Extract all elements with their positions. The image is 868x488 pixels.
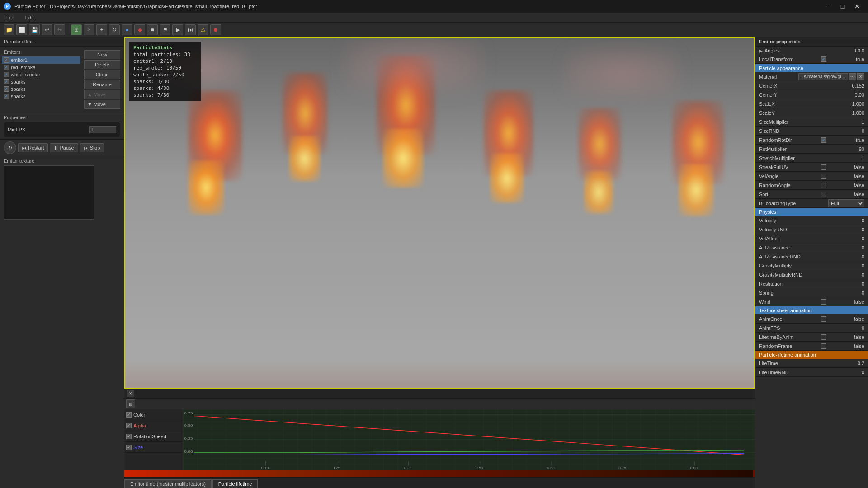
track-color[interactable]: ✓ Color bbox=[124, 409, 183, 420]
texture-sheet-header[interactable]: Texture sheet animation bbox=[755, 306, 868, 314]
particle-appearance-header[interactable]: Particle appearance bbox=[755, 64, 868, 72]
emitor-item-5[interactable]: ✓ sparks bbox=[2, 93, 80, 100]
graph-grid-btn[interactable]: ⊞ bbox=[126, 399, 135, 408]
toolbar-circle[interactable]: ● bbox=[122, 24, 132, 35]
timeline-gradient bbox=[126, 470, 753, 477]
emitor-check-4[interactable]: ✓ bbox=[4, 86, 9, 92]
emitor-check-5[interactable]: ✓ bbox=[4, 94, 9, 99]
emitor-item-2[interactable]: ✓ white_smoke bbox=[2, 71, 80, 78]
maximize-button[interactable]: □ bbox=[835, 0, 850, 13]
local-transform-value: true bbox=[828, 56, 864, 62]
randomrotdir-check[interactable]: ✓ bbox=[821, 137, 826, 143]
restart-button[interactable]: ⏮ Restart bbox=[18, 143, 48, 152]
emitor-item-0[interactable]: ✓ emitor1 bbox=[2, 56, 80, 64]
emitor-name-4: sparks bbox=[11, 86, 25, 92]
physics-header[interactable]: Physics bbox=[755, 208, 868, 216]
lifetimebyanim-check[interactable] bbox=[821, 334, 826, 340]
toolbar-skip[interactable]: ⏭ bbox=[185, 24, 196, 35]
local-transform-check[interactable]: ✓ bbox=[821, 56, 826, 62]
stats-sparks2: sparks: 4/30 bbox=[133, 85, 197, 92]
track-rotspeed-check[interactable]: ✓ bbox=[126, 434, 132, 439]
flame-core-3 bbox=[383, 129, 424, 188]
smoke-2 bbox=[345, 38, 481, 92]
pause-button[interactable]: ⏸ Pause bbox=[50, 143, 78, 152]
stop-button[interactable]: ⏭ Stop bbox=[80, 143, 104, 152]
toolbar-save[interactable]: 💾 bbox=[29, 24, 40, 35]
prop-local-transform: LocalTransform ✓ true bbox=[755, 55, 868, 64]
sizemultiplier-value: 1 bbox=[828, 119, 864, 125]
wind-check[interactable] bbox=[821, 299, 826, 305]
emitor-item-4[interactable]: ✓ sparks bbox=[2, 85, 80, 93]
toolbar-diamond[interactable]: ◆ bbox=[134, 24, 145, 35]
toolbar-flag[interactable]: ⚑ bbox=[160, 24, 170, 35]
minimize-button[interactable]: – bbox=[821, 0, 835, 13]
track-rotspeed[interactable]: ✓ RotationSpeed bbox=[124, 431, 183, 442]
toolbar-redo[interactable]: ↪ bbox=[54, 24, 65, 35]
property-row-minfps: MinFPS bbox=[8, 125, 116, 134]
prop-rotmultiplier: RotMultiplier 90 bbox=[755, 145, 868, 154]
prop-wind: Wind false bbox=[755, 297, 868, 306]
track-color-check[interactable]: ✓ bbox=[126, 412, 132, 418]
angles-expand[interactable]: ▶ bbox=[759, 48, 763, 53]
graph-canvas-wrapper[interactable]: 0.75 0.50 0.25 0.00 bbox=[183, 409, 755, 470]
toolbar-add[interactable]: + bbox=[96, 24, 107, 35]
stretchmultiplier-value: 1 bbox=[828, 155, 864, 161]
billboardingtype-select[interactable]: Full Vertical Horizontal bbox=[828, 199, 864, 207]
close-button[interactable]: ✕ bbox=[850, 0, 864, 13]
toolbar-refresh[interactable]: ↻ bbox=[109, 24, 120, 35]
randomangle-check[interactable] bbox=[821, 183, 826, 188]
track-size-check[interactable]: ✓ bbox=[126, 445, 132, 450]
streakfulluv-check[interactable] bbox=[821, 164, 826, 170]
toolbar-open[interactable]: 📁 bbox=[4, 24, 14, 35]
randomframe-value: false bbox=[828, 343, 864, 349]
tab-bar: Emitor time (master multiplicators) Part… bbox=[124, 477, 755, 488]
tab-emitor-time[interactable]: Emitor time (master multiplicators) bbox=[124, 479, 212, 488]
emitor-item-1[interactable]: ✓ red_smoke bbox=[2, 64, 80, 71]
move-down-button[interactable]: ▼ Move bbox=[84, 100, 120, 109]
track-alpha-check[interactable]: ✓ bbox=[126, 423, 132, 428]
toolbar-dots[interactable]: ⁙ bbox=[84, 24, 94, 35]
new-button[interactable]: New bbox=[84, 50, 120, 59]
toolbar-new[interactable]: ⬜ bbox=[16, 24, 27, 35]
toolbar-grid[interactable]: ⊞ bbox=[71, 24, 82, 35]
emitor-check-3[interactable]: ✓ bbox=[4, 79, 9, 84]
prop-spring: Spring 0 bbox=[755, 288, 868, 297]
material-browse-btn[interactable]: ⋯ bbox=[849, 73, 856, 80]
particle-lifetime-anim-header[interactable]: Particle-lifetime animation bbox=[755, 351, 868, 359]
emitor-item-3[interactable]: ✓ sparks bbox=[2, 78, 80, 85]
track-size[interactable]: ✓ Size bbox=[124, 442, 183, 453]
clone-button[interactable]: Clone bbox=[84, 70, 120, 79]
material-clear-btn[interactable]: ✕ bbox=[857, 73, 864, 80]
emitor-check-0[interactable]: ✓ bbox=[4, 57, 9, 63]
delete-button[interactable]: Delete bbox=[84, 60, 120, 69]
viewport[interactable]: ParticleStats total particles: 33 emitor… bbox=[124, 37, 755, 389]
toolbar-square[interactable]: ■ bbox=[147, 24, 158, 35]
properties-section: Properties MinFPS bbox=[0, 113, 124, 139]
particle-appearance-section: Particle appearance Material ...s/materi… bbox=[755, 64, 868, 208]
toolbar-undo[interactable]: ↩ bbox=[42, 24, 52, 35]
rename-button[interactable]: Rename bbox=[84, 80, 120, 89]
bottom-panel-close[interactable]: ✕ bbox=[127, 390, 134, 397]
move-up-button[interactable]: ▲ Move bbox=[84, 90, 120, 99]
prop-centerx: CenterX 0.152 bbox=[755, 81, 868, 90]
randomframe-check[interactable] bbox=[821, 343, 826, 349]
menu-file[interactable]: File bbox=[4, 14, 17, 21]
track-alpha[interactable]: ✓ Alpha bbox=[124, 420, 183, 431]
toolbar-warning[interactable]: ⚠ bbox=[198, 24, 208, 35]
emitor-name-2: white_smoke bbox=[11, 72, 40, 77]
velangle-check[interactable] bbox=[821, 174, 826, 179]
emitor-check-2[interactable]: ✓ bbox=[4, 72, 9, 77]
animonce-label: AnimOnce bbox=[759, 316, 821, 322]
refresh-icon[interactable]: ↻ bbox=[4, 141, 16, 154]
emitor-check-1[interactable]: ✓ bbox=[4, 65, 9, 70]
toolbar-record[interactable]: ⏺ bbox=[210, 24, 221, 35]
tab-particle-lifetime[interactable]: Particle lifetime bbox=[212, 479, 258, 488]
property-minfps-value[interactable] bbox=[89, 126, 116, 133]
menu-edit[interactable]: Edit bbox=[23, 14, 37, 21]
toolbar-play[interactable]: ▶ bbox=[172, 24, 183, 35]
sort-check[interactable] bbox=[821, 192, 826, 197]
animonce-check[interactable] bbox=[821, 316, 826, 322]
animonce-value: false bbox=[828, 316, 864, 322]
lifetime-value: 0.2 bbox=[828, 361, 864, 366]
spring-value: 0 bbox=[828, 290, 864, 296]
